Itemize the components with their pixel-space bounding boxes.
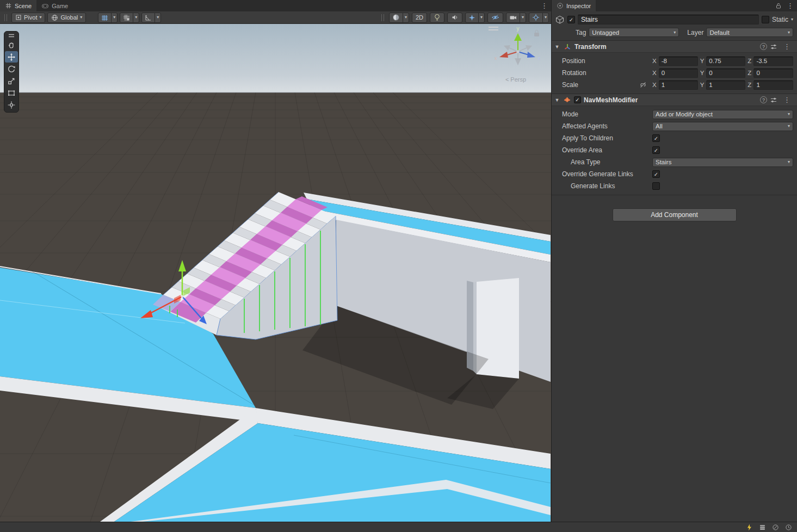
gizmo-center[interactable] xyxy=(181,295,184,298)
tab-scene-label: Scene xyxy=(15,3,32,9)
tools-overlay xyxy=(4,31,19,113)
gizmo-lock-icon[interactable] xyxy=(534,33,539,36)
foldout-icon[interactable]: ▼ xyxy=(554,44,560,50)
scene-lighting-button[interactable] xyxy=(430,13,444,23)
foldout-icon[interactable]: ▼ xyxy=(554,97,560,103)
position-row: Position X-8 Y0.75 Z-3.5 xyxy=(552,55,793,66)
tab-game[interactable]: Game xyxy=(36,0,73,11)
static-dropdown-caret[interactable]: ▾ xyxy=(791,17,793,22)
presets-icon[interactable] xyxy=(770,96,777,104)
rotation-label: Rotation xyxy=(562,69,652,77)
grid-visibility-button[interactable]: ▾ xyxy=(98,13,118,23)
shading-mode-button[interactable]: ▾ xyxy=(389,13,409,23)
presets-icon[interactable] xyxy=(770,43,777,51)
camera-caret-icon[interactable]: ▾ xyxy=(520,13,526,22)
move-tool-button[interactable] xyxy=(5,51,18,63)
override-generate-links-checkbox[interactable]: ✓ xyxy=(652,170,660,178)
position-x-field[interactable]: -8 xyxy=(659,57,698,66)
scene-pane-menu-icon[interactable]: ⋮ xyxy=(537,0,551,11)
rotate-tool-button[interactable] xyxy=(5,63,18,75)
x-axis-label: X xyxy=(652,82,657,88)
scene-camera-button[interactable]: ▾ xyxy=(506,13,526,23)
transform-header[interactable]: ▼ Transform ? ⋮ xyxy=(552,41,797,53)
clock-icon[interactable] xyxy=(785,524,792,531)
dropdown-caret-icon: ▾ xyxy=(788,124,790,128)
navmeshmodifier-title: NavMeshModifier xyxy=(584,96,638,104)
stack-icon[interactable] xyxy=(759,524,766,531)
scale-z-field[interactable]: 1 xyxy=(753,81,793,90)
grid-icon xyxy=(101,14,108,21)
slash-circle-icon[interactable] xyxy=(772,524,779,531)
grid-snap-button[interactable]: ▾ xyxy=(120,13,139,23)
scene-viewport[interactable]: y x z < Persp xyxy=(0,24,551,522)
mode-dropdown[interactable]: Add or Modify object ▾ xyxy=(652,110,793,119)
grid-snap-caret-icon[interactable]: ▾ xyxy=(133,13,139,22)
component-menu-icon[interactable]: ⋮ xyxy=(780,42,794,51)
scale-x-field[interactable]: 1 xyxy=(659,81,698,90)
override-area-checkbox[interactable]: ✓ xyxy=(652,146,660,154)
component-enabled-checkbox[interactable]: ✓ xyxy=(574,96,581,103)
overlay-drag-handle[interactable] xyxy=(8,33,15,39)
projection-label[interactable]: < Persp xyxy=(505,76,526,83)
gizmos-icon xyxy=(532,14,540,21)
gizmo-hub[interactable] xyxy=(516,50,520,53)
pivot-mode-button[interactable]: Pivot ▾ xyxy=(11,13,45,23)
speaker-icon xyxy=(451,14,459,21)
scene-audio-button[interactable] xyxy=(447,13,462,23)
tag-dropdown[interactable]: Untagged ▾ xyxy=(589,28,679,37)
global-axis-button[interactable]: Global ▾ xyxy=(47,13,86,23)
tab-scene[interactable]: Scene xyxy=(0,0,36,11)
increment-snap-button[interactable]: ▾ xyxy=(141,13,161,23)
rect-tool-button[interactable] xyxy=(5,87,18,98)
toolbar-drag-handle[interactable] xyxy=(4,14,7,21)
position-z-field[interactable]: -3.5 xyxy=(753,57,793,66)
inspector-lock-button[interactable] xyxy=(774,0,783,11)
increment-snap-caret-icon[interactable]: ▾ xyxy=(155,13,160,22)
rotation-y-field[interactable]: 0 xyxy=(706,69,745,78)
toolbar-drag-handle-right[interactable] xyxy=(381,14,384,21)
grid-snap-icon xyxy=(123,14,130,21)
area-type-dropdown[interactable]: Stairs ▾ xyxy=(652,158,793,167)
component-menu-icon[interactable]: ⋮ xyxy=(780,96,794,104)
add-component-button[interactable]: Add Component xyxy=(613,208,737,221)
view-hand-tool-button[interactable] xyxy=(5,39,18,51)
static-checkbox[interactable] xyxy=(762,16,769,23)
rotation-x-field[interactable]: 0 xyxy=(659,69,698,78)
constrain-proportions-link-icon[interactable] xyxy=(639,81,647,89)
x-axis-label: X xyxy=(652,70,657,76)
layer-dropdown[interactable]: Default ▾ xyxy=(706,28,793,37)
gizmos-button[interactable]: ▾ xyxy=(529,13,549,23)
help-icon[interactable]: ? xyxy=(760,96,767,103)
rotation-z-field[interactable]: 0 xyxy=(753,69,793,78)
2d-toggle-button[interactable]: 2D xyxy=(412,13,427,23)
position-y-field[interactable]: 0.75 xyxy=(706,57,745,66)
grid-caret-icon[interactable]: ▾ xyxy=(111,13,117,22)
gameobject-header: ✓ Stairs Static ▾ Tag Untagged ▾ Layer D… xyxy=(552,11,797,41)
gameobject-name-field[interactable]: Stairs xyxy=(578,15,759,24)
help-icon[interactable]: ? xyxy=(760,43,767,50)
increment-snap-icon xyxy=(145,14,152,21)
apply-to-children-checkbox[interactable]: ✓ xyxy=(652,134,660,142)
lock-icon xyxy=(775,2,782,9)
shading-caret-icon[interactable]: ▾ xyxy=(403,13,409,22)
scale-y-field[interactable]: 1 xyxy=(706,81,745,90)
tag-label: Tag xyxy=(576,29,586,36)
dropdown-caret-icon: ▾ xyxy=(788,112,790,116)
scene-effects-button[interactable]: ▾ xyxy=(465,13,485,23)
scale-tool-button[interactable] xyxy=(5,75,18,86)
scene-view-pane: Scene Game ⋮ Pivot ▾ Global ▾ ▾ ▾ xyxy=(0,0,551,522)
effects-caret-icon[interactable]: ▾ xyxy=(478,13,484,22)
transform-tool-button[interactable] xyxy=(5,99,18,110)
scene-visibility-button[interactable] xyxy=(487,13,503,23)
transform-component: ▼ Transform ? ⋮ Position X-8 Y0.75 Z-3.5… xyxy=(552,41,797,94)
globe-icon xyxy=(51,14,58,21)
gizmos-caret-icon[interactable]: ▾ xyxy=(542,13,548,22)
tab-inspector-label: Inspector xyxy=(566,3,591,9)
navmeshmodifier-header[interactable]: ▼ ✓ NavMeshModifier ? ⋮ xyxy=(552,94,797,106)
generate-links-checkbox[interactable] xyxy=(652,182,660,190)
affected-agents-dropdown[interactable]: All ▾ xyxy=(652,122,793,131)
active-checkbox[interactable]: ✓ xyxy=(567,16,575,23)
inspector-menu-icon[interactable]: ⋮ xyxy=(783,0,797,11)
tab-inspector[interactable]: Inspector xyxy=(552,0,596,11)
lightning-icon[interactable] xyxy=(746,524,753,531)
